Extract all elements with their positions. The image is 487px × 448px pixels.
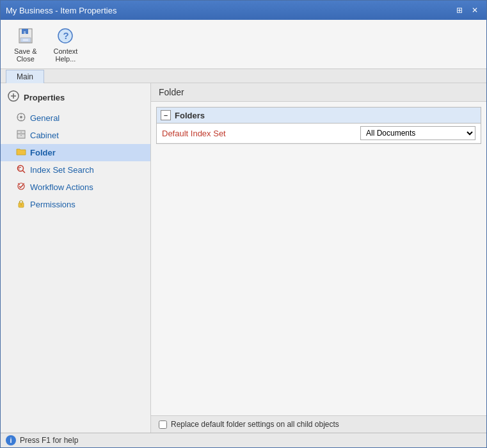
ribbon: S Save &Close ? ContextHelp... Main [1,20,486,83]
collapse-button[interactable]: – [161,110,171,120]
general-label: General [30,113,60,123]
folders-section-header: – Folders [157,108,481,124]
svg-point-19 [20,135,22,136]
sidebar-item-general[interactable]: General [1,109,150,127]
general-icon [16,112,26,124]
main-tab[interactable]: Main [6,70,44,83]
svg-rect-23 [17,169,20,170]
sidebar-item-workflow-actions[interactable]: Workflow Actions [1,179,150,196]
index-set-search-icon [16,164,26,176]
context-help-button[interactable]: ? ContextHelp... [45,22,86,66]
title-bar: My Business - Item Properties ⊞ ✕ [1,1,486,20]
content-panel: Folder – Folders Default Index Set All D… [151,83,486,433]
svg-point-20 [18,166,24,172]
ribbon-items: S Save &Close ? ContextHelp... [1,20,486,68]
status-info-icon: i [6,435,16,445]
permissions-icon [16,198,26,211]
status-bar: i Press F1 for help [1,433,486,447]
workflow-actions-label: Workflow Actions [30,182,93,192]
window-title: My Business - Item Properties [6,6,116,15]
folders-section: – Folders Default Index Set All Document… [156,107,481,144]
sidebar-header: Properties [1,86,150,109]
maximize-button[interactable]: ⊞ [453,4,466,17]
index-set-search-label: Index Set Search [30,165,94,175]
svg-rect-22 [17,167,21,168]
context-help-label: ContextHelp... [53,47,77,63]
bottom-bar: Replace default folder settings on all c… [151,415,486,433]
title-bar-controls: ⊞ ✕ [453,4,481,17]
folder-select[interactable]: All Documents Option 2 Option 3 [360,126,475,140]
content-header: Folder [151,83,486,102]
svg-text:?: ? [63,30,69,41]
sidebar-item-index-set-search[interactable]: Index Set Search [1,161,150,179]
status-label: Press F1 for help [20,436,78,445]
replace-default-label: Replace default folder settings on all c… [171,420,339,429]
folder-icon [16,147,26,159]
main-window: My Business - Item Properties ⊞ ✕ S Save… [0,0,487,448]
folder-label: Folder [30,148,56,157]
content-body: – Folders Default Index Set All Document… [151,102,486,415]
main-area: Properties General [1,83,486,433]
default-index-set-label: Default Index Set [162,129,360,138]
folders-row-0: Default Index Set All Documents Option 2… [157,124,481,143]
folders-section-title: Folders [175,111,205,120]
sidebar-item-cabinet[interactable]: Cabinet [1,127,150,144]
sidebar-item-folder[interactable]: Folder [1,144,150,161]
save-icon: S [15,26,36,46]
save-close-label: Save &Close [14,47,36,63]
svg-rect-3 [23,39,28,41]
svg-point-28 [20,204,22,205]
sidebar-header-label: Properties [24,93,65,102]
sidebar: Properties General [1,83,151,433]
svg-point-18 [20,132,22,133]
properties-icon [7,90,20,106]
permissions-label: Permissions [30,200,76,209]
close-button[interactable]: ✕ [468,4,481,17]
save-close-button[interactable]: S Save &Close [6,22,45,66]
workflow-icon [16,181,26,193]
sidebar-item-permissions[interactable]: Permissions [1,196,150,213]
help-icon: ? [55,26,76,46]
cabinet-icon [16,129,26,141]
replace-default-checkbox[interactable] [159,420,167,429]
svg-line-21 [23,171,26,173]
svg-point-11 [20,116,22,118]
ribbon-tab-row: Main [1,68,486,83]
cabinet-label: Cabinet [30,131,59,140]
